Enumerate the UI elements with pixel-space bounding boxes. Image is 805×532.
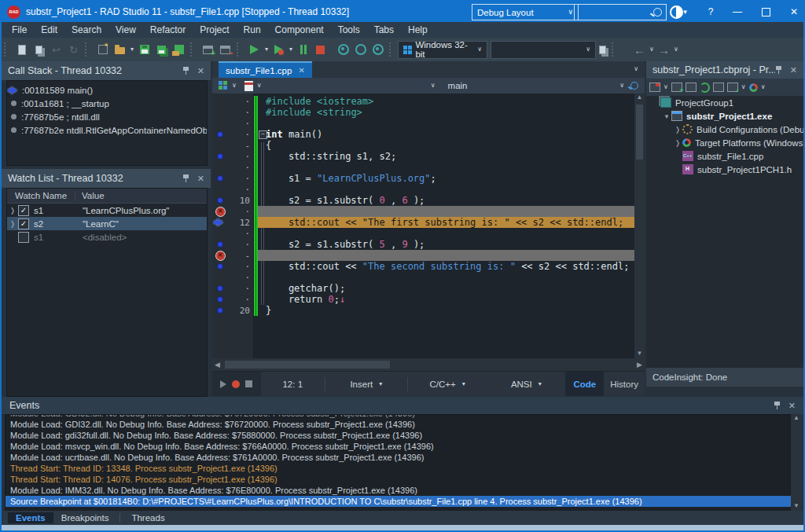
tree-item-substr-project1pch1-h[interactable]: substr_Project1PCH1.h (646, 163, 803, 176)
maximize-button[interactable] (756, 2, 775, 22)
code-line[interactable]: 20} (212, 305, 634, 316)
language-selector[interactable]: C/C++▾ (408, 380, 487, 389)
code-line[interactable]: ✕· (212, 206, 634, 217)
add-unit-icon[interactable] (671, 83, 682, 92)
code-line[interactable]: · std::cout << "The second substring is:… (212, 261, 634, 272)
close-icon[interactable]: ✕ (788, 401, 796, 411)
editor-vscrollbar[interactable]: ▲▼ (634, 94, 645, 358)
macro-record-icon[interactable] (232, 380, 240, 388)
watch-row[interactable]: s1<disabled> (7, 230, 207, 244)
close-icon[interactable]: ✕ (197, 174, 204, 184)
callstack-item[interactable]: :77687b5e ; ntdll.dll (7, 110, 207, 123)
open-dropdown-icon[interactable]: ▾ (130, 46, 134, 53)
tab-threads[interactable]: Threads (123, 512, 172, 523)
code-line[interactable]: · getchar(); (212, 283, 634, 294)
forward-dropdown-icon[interactable]: ∨ (674, 46, 678, 53)
menu-edit[interactable]: Edit (34, 23, 64, 37)
tab-code[interactable]: Code (565, 372, 604, 396)
menu-tabs[interactable]: Tabs (367, 23, 401, 37)
watch-row[interactable]: ❭✓s2"LearnC" (7, 217, 207, 230)
column-watch-name[interactable]: Watch Name (7, 191, 75, 200)
code-line[interactable]: 12 std::cout << "The first substring is:… (212, 217, 634, 228)
uses-view-icon[interactable] (244, 81, 253, 91)
event-line-selected[interactable]: Source Breakpoint at $001814B0: D:\#PROJ… (6, 496, 792, 507)
save-as-icon[interactable] (172, 43, 186, 57)
navigate-forward-icon[interactable]: → (658, 44, 670, 56)
refresh-icon[interactable] (700, 83, 710, 93)
sync-icon[interactable]: ↻ (67, 43, 80, 57)
code-line[interactable]: · (212, 118, 634, 129)
event-line[interactable]: Module Load: gdi32full.dll. No Debug Inf… (6, 430, 792, 441)
watch-row[interactable]: ❭✓s1"LearnCPlusPlus.org" (7, 204, 207, 217)
tree-item-substr-project1-exe[interactable]: ▾substr_Project1.exe (646, 109, 803, 123)
menu-tools[interactable]: Tools (331, 23, 367, 37)
pin-icon[interactable] (182, 66, 189, 75)
activate-icon[interactable] (749, 83, 758, 92)
callstack-item[interactable]: :001a1681 ; __startup (7, 97, 207, 110)
module-view-icon[interactable] (219, 81, 228, 90)
column-value[interactable]: Value (75, 191, 105, 200)
step-over-icon[interactable] (354, 43, 367, 57)
trace-into-icon[interactable] (336, 43, 350, 57)
encoding-selector[interactable]: ANSI▾ (487, 380, 565, 389)
open-project-icon[interactable] (113, 43, 127, 57)
invalid-breakpoint-icon[interactable]: ✕ (212, 251, 228, 261)
tree-expand-icon[interactable]: ▾ (662, 112, 671, 120)
macro-play-icon[interactable] (220, 380, 226, 388)
code-editor[interactable]: ·#include <iostream>·#include <string>··… (212, 94, 645, 358)
tab-history[interactable]: History (604, 380, 645, 389)
code-line[interactable]: · (212, 272, 634, 283)
menu-project[interactable]: Project (193, 23, 236, 37)
view-source-icon[interactable] (713, 83, 724, 92)
menu-refactor[interactable]: Refactor (143, 23, 193, 37)
new-project-icon[interactable] (96, 43, 109, 57)
tree-expand-icon[interactable]: ❭ (673, 126, 682, 134)
editor-hscrollbar[interactable]: ◀▶ (212, 358, 645, 371)
invalid-breakpoint-icon[interactable]: ✕ (212, 207, 228, 217)
close-icon[interactable]: ✕ (790, 65, 797, 75)
editor-search-icon[interactable] (624, 82, 645, 90)
macro-stop-icon[interactable] (245, 380, 252, 387)
pin-icon[interactable] (775, 65, 782, 75)
run-button[interactable] (248, 43, 261, 57)
event-line[interactable]: Thread Start: Thread ID: 14076. Process … (6, 474, 792, 485)
run-until-return-icon[interactable] (371, 43, 384, 57)
add-file-icon[interactable] (201, 43, 215, 57)
tree-item-build-configurations-debug-[interactable]: ❭Build Configurations (Debug) (646, 123, 803, 136)
watch-checkbox[interactable] (18, 232, 29, 243)
theme-selector-button[interactable]: ▾ (668, 2, 689, 22)
pause-button[interactable] (296, 43, 310, 57)
save-all-icon[interactable] (155, 43, 168, 57)
save-icon[interactable] (138, 43, 151, 57)
project-options-icon[interactable] (649, 83, 660, 92)
tab-events[interactable]: Events (8, 512, 53, 523)
run-nodebug-dropdown-icon[interactable]: ▾ (289, 46, 292, 53)
code-line[interactable]: ✕- (212, 250, 634, 261)
event-line[interactable]: Module Load: msvcp_win.dll. No Debug Inf… (6, 441, 792, 452)
pin-icon[interactable] (774, 401, 781, 410)
remove-file-icon[interactable] (219, 43, 232, 57)
menu-help[interactable]: Help (401, 23, 435, 37)
code-line[interactable]: ·−int main() (212, 129, 634, 140)
menu-run[interactable]: Run (237, 23, 268, 37)
event-line[interactable]: Module Load: GDI32.dll. No Debug Info. B… (6, 419, 792, 430)
chevron-down-icon[interactable]: ∨ (431, 83, 436, 89)
code-line[interactable]: · (212, 184, 634, 195)
watch-checkbox[interactable]: ✓ (18, 218, 29, 229)
back-dropdown-icon[interactable]: ∨ (649, 46, 654, 53)
code-line[interactable]: 10 s2 = s1.substr( 0 , 6 ); (212, 195, 634, 206)
code-line[interactable]: · std::string s1, s2; (212, 151, 634, 162)
tree-item-target-platforms-windows-32-bit-[interactable]: ❭Target Platforms (Windows 32-bit) (646, 136, 803, 149)
tab-breakpoints[interactable]: Breakpoints (53, 512, 117, 523)
event-line[interactable]: Module Load: ucrtbase.dll. No Debug Info… (6, 452, 792, 463)
menu-search[interactable]: Search (64, 23, 108, 37)
close-icon[interactable]: ✕ (197, 66, 204, 76)
editor-tab-substr-file1[interactable]: substr_File1.cpp ✕ (219, 61, 312, 78)
target-platform-combo[interactable]: Windows 32-bit ∨ (398, 41, 487, 59)
copy-icon[interactable] (32, 43, 46, 57)
stop-button[interactable] (314, 43, 327, 57)
callstack-item[interactable]: :77687b2e ntdll.RtlGetAppContainerNamedO… (7, 123, 207, 137)
menu-view[interactable]: View (108, 23, 143, 37)
chevron-down-icon[interactable]: ∨ (257, 83, 262, 89)
build-icon[interactable] (727, 83, 738, 92)
